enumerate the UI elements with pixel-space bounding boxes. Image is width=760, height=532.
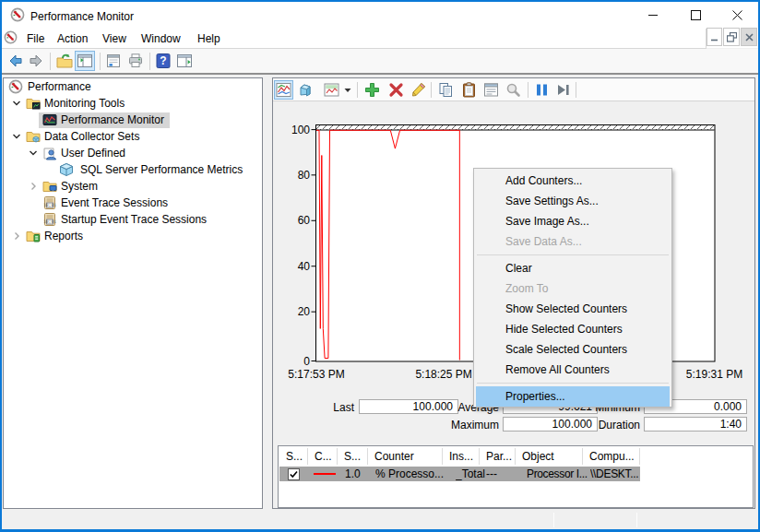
view-line-chart-icon[interactable] [274,80,293,100]
chart-screen-icon [42,112,57,127]
legend-column-divider[interactable] [367,448,368,465]
properties-dialog-icon[interactable] [105,53,122,69]
perfmon-toolbar-separator [528,82,528,98]
tree-item-performance[interactable]: Performance [4,78,262,95]
child-close-button[interactable] [741,28,757,46]
status-bar-divider [553,513,554,527]
legend-column-header[interactable]: Par... [486,450,515,463]
legend-column-divider[interactable] [442,448,443,465]
context-menu-item-clear[interactable]: Clear [474,258,671,278]
forward-icon[interactable] [28,53,44,69]
minimize-button[interactable] [632,2,674,29]
y-axis-label: 80 [298,169,311,182]
tree-item-monitoring-tools[interactable]: Monitoring Tools [4,95,262,112]
tree-item-user-defined[interactable]: User Defined [4,145,262,161]
svg-text:?: ? [160,54,166,67]
copy-properties-icon[interactable] [438,82,454,98]
legend-column-divider[interactable] [337,448,338,465]
chevron-collapsed-icon[interactable] [28,181,39,192]
freeze-display-icon[interactable] [534,82,550,98]
main-toolbar: ? [2,49,758,73]
print-icon[interactable] [127,53,144,69]
stat-label-duration: Duration [579,419,640,432]
show-hide-action-pane-icon[interactable] [176,53,193,69]
stat-value-duration: 1:40 [644,417,747,432]
context-menu-item-add-counters-[interactable]: Add Counters... [474,171,671,191]
view-histogram-icon[interactable] [298,82,314,98]
legend-row[interactable]: 1.0% Processo..._Total---Processor I...\… [279,467,640,481]
legend-column-header[interactable]: Object [522,450,582,463]
chevron-expanded-icon[interactable] [28,148,39,159]
legend-column-divider[interactable] [639,448,640,465]
context-menu-item-show-selected-counters[interactable]: Show Selected Counters [474,299,671,319]
app-icon [10,7,25,22]
legend-column-header[interactable]: Compu... [589,450,639,463]
color-swatch [314,473,336,475]
legend-cell-scale: 1.0 [345,467,361,480]
legend-column-header[interactable]: Ins... [449,450,479,463]
context-menu-item-remove-all-counters[interactable]: Remove All Counters [474,360,671,380]
x-axis-label: 5:19:31 PM [686,368,742,381]
context-menu-item-save-image-as-[interactable]: Save Image As... [474,211,671,231]
child-minimize-button[interactable] [707,28,722,46]
perfmon-toolbar-separator [576,82,576,98]
tree-item-data-collector-sets[interactable]: Data Collector Sets [4,128,262,145]
context-menu-separator [474,380,671,386]
title-bar[interactable]: Performance Monitor [2,2,758,29]
zoom-icon [505,82,521,98]
menu-action[interactable]: Action [57,31,88,46]
tree-item-startup-event-trace-sessions[interactable]: 10:01Startup Event Trace Sessions [4,211,262,228]
show-hide-console-tree-icon[interactable] [75,51,95,71]
tree-item-label: Data Collector Sets [44,130,139,143]
perfmon-toolbar-separator [357,82,358,98]
legend-column-header[interactable]: C... [315,450,337,463]
folder-monitor-icon [42,179,57,194]
delete-counter-icon[interactable] [388,82,404,98]
close-button[interactable] [717,2,758,29]
toolbar-separator [100,53,101,70]
context-menu-item-hide-selected-counters[interactable]: Hide Selected Counters [474,319,671,339]
menu-file[interactable]: File [27,31,44,46]
back-icon[interactable] [7,53,24,69]
menu-window[interactable]: Window [141,31,181,46]
show-checkbox[interactable] [288,468,300,480]
legend-column-divider[interactable] [582,448,583,465]
legend-column-divider[interactable] [515,448,516,465]
tree-item-label: Performance [28,80,91,93]
chevron-collapsed-icon[interactable] [11,231,22,242]
tree-item-event-trace-sessions[interactable]: 10:01Event Trace Sessions [4,195,262,211]
folder-chart-icon [26,96,41,111]
legend-column-header[interactable]: S... [286,450,307,463]
help-icon[interactable]: ? [155,53,172,69]
tree-item-sql-server-performance-metrics[interactable]: SQL Server Performance Metrics [4,161,262,178]
chevron-expanded-icon[interactable] [11,131,22,142]
legend-column-divider[interactable] [479,448,480,465]
maximize-button[interactable] [674,2,717,29]
context-menu-item-properties-[interactable]: Properties... [476,386,670,407]
paste-counter-list-icon[interactable] [461,82,477,98]
console-window-icon[interactable] [4,30,18,44]
menu-help[interactable]: Help [197,31,220,46]
folder-report-icon [26,229,41,243]
legend-column-header[interactable]: S... [344,450,367,463]
export-list-icon[interactable] [56,53,73,69]
tree-item-performance-monitor[interactable]: Performance Monitor [4,112,262,128]
counter-legend-table: S...C...S...CounterIns...Par...ObjectCom… [278,445,754,508]
update-data-icon[interactable] [555,82,571,98]
child-restore-button[interactable] [723,28,740,46]
legend-column-header[interactable]: Counter [374,450,442,463]
legend-column-divider[interactable] [307,448,308,465]
add-counter-icon[interactable] [364,82,380,98]
y-axis-label: 60 [298,214,311,227]
y-axis-label: 0 [303,355,310,368]
view-report-icon[interactable] [324,82,339,98]
properties-icon[interactable] [483,82,499,98]
context-menu-item-scale-selected-counters[interactable]: Scale Selected Counters [474,339,671,360]
chevron-expanded-icon[interactable] [11,98,22,109]
context-menu-item-save-settings-as-[interactable]: Save Settings As... [474,191,671,211]
tree-item-reports[interactable]: Reports [4,228,262,244]
dropdown-caret-icon[interactable] [343,82,352,98]
highlight-icon[interactable] [410,82,426,98]
menu-view[interactable]: View [102,31,126,46]
tree-item-system[interactable]: System [4,178,262,195]
